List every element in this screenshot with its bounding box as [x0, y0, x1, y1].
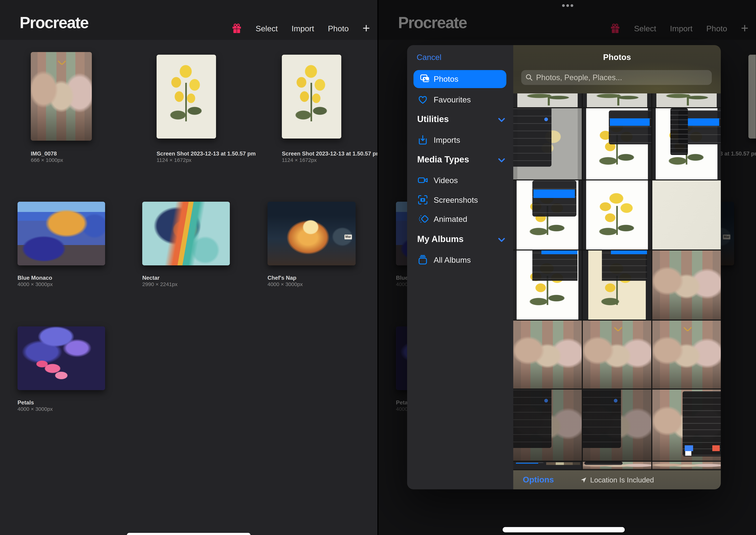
photo-thumbnail[interactable] [583, 321, 651, 388]
photo-thumbnail[interactable] [513, 108, 582, 180]
photo-thumbnail[interactable] [652, 250, 721, 320]
chevron-down-icon[interactable] [497, 236, 506, 244]
home-indicator[interactable] [127, 533, 251, 535]
photo-thumbnail[interactable] [513, 250, 582, 320]
location-arrow-icon [580, 476, 587, 483]
sidebar-item-screenshots[interactable]: Screenshots [407, 193, 513, 207]
photo-thumbnail[interactable] [513, 462, 582, 469]
app-title: Procreate [20, 14, 88, 32]
picker-sidebar: Cancel Photos Favourites Ut [407, 45, 513, 489]
search-placeholder: Photos, People, Places... [536, 73, 622, 82]
artwork-label[interactable]: Screen Shot 2023-12-13 at 1.50.57 pm1124… [156, 150, 256, 163]
sidebar-item-photos[interactable]: Photos [413, 70, 506, 88]
photo-thumbnail[interactable] [652, 181, 721, 249]
photo-thumbnail[interactable] [583, 181, 651, 249]
albums-icon [417, 254, 428, 266]
section-header-utilities: Utilities [417, 114, 449, 124]
photo-picker-sheet: Cancel Photos Favourites Ut [407, 45, 721, 489]
photo-thumbnail[interactable] [652, 321, 721, 388]
section-header-my-albums: My Albums [417, 234, 463, 244]
chevron-down-icon[interactable] [497, 156, 506, 164]
photo-thumbnail[interactable] [513, 94, 582, 107]
cancel-button[interactable]: Cancel [417, 53, 441, 62]
photo-thumbnail[interactable] [583, 250, 651, 320]
artwork-thumbnail-screenshot2[interactable] [282, 55, 341, 139]
import-button[interactable]: Import [292, 24, 314, 33]
artwork-label[interactable]: IMG_0078666 × 1000px [31, 150, 63, 163]
chevron-down-icon[interactable] [497, 116, 506, 124]
sidebar-item-all-albums[interactable]: All Albums [407, 253, 513, 267]
artwork-thumbnail-chefs-nap[interactable]: Mar [267, 202, 356, 266]
photo-thumbnail[interactable] [513, 390, 582, 461]
select-button[interactable]: Select [256, 24, 278, 33]
picker-title: Photos [513, 53, 721, 62]
photo-button[interactable]: Photo [328, 24, 349, 33]
sidebar-item-animated[interactable]: Animated [407, 212, 513, 226]
gift-icon[interactable] [231, 23, 242, 34]
artwork-thumbnail-screenshot1[interactable] [156, 55, 216, 139]
photo-thumbnail[interactable] [583, 462, 651, 469]
gallery-header: Procreate Select Import Photo + [0, 0, 378, 40]
photo-thumbnail[interactable] [513, 181, 582, 249]
sidebar-item-videos[interactable]: Videos [407, 174, 513, 187]
photo-thumbnail[interactable] [583, 108, 651, 180]
picker-header: Photos Photos, People, Places... [513, 45, 721, 94]
procreate-right-window: Procreate Select Import Photo + Mar [378, 0, 756, 535]
artwork-thumbnail-petals[interactable] [17, 326, 105, 390]
photo-thumbnail[interactable] [652, 390, 721, 461]
sidebar-item-favourites[interactable]: Favourites [407, 93, 513, 107]
photo-thumbnail[interactable] [583, 390, 651, 461]
picker-footer: Options Location Is Included [513, 470, 721, 489]
screen: Procreate Select Import Photo + Mar IM [0, 0, 756, 535]
new-canvas-button[interactable]: + [363, 23, 370, 34]
photo-grid [513, 94, 721, 470]
artwork-thumbnail-img0078[interactable] [31, 52, 92, 141]
location-status: Location Is Included [513, 476, 721, 484]
artwork-thumbnail-nectar[interactable] [142, 202, 230, 266]
animated-icon [417, 213, 428, 225]
video-icon [417, 175, 428, 186]
artwork-label[interactable]: Petals4000 × 3000px [17, 399, 53, 412]
search-field[interactable]: Photos, People, Places... [521, 70, 712, 85]
artwork-label[interactable]: Blue Monaco4000 × 3000px [17, 274, 53, 288]
procreate-left-window: Procreate Select Import Photo + Mar IM [0, 0, 378, 535]
import-icon [417, 134, 428, 145]
split-view-handle[interactable] [562, 4, 575, 8]
artwork-sign: Mar [344, 235, 352, 239]
search-icon [525, 74, 533, 81]
heart-icon [417, 94, 428, 105]
gallery-nav: Select Import Photo + [231, 21, 370, 35]
photo-thumbnail[interactable] [513, 321, 582, 388]
artwork-label[interactable]: Chef's Nap4000 × 3000px [267, 274, 303, 288]
photo-thumbnail[interactable] [652, 462, 721, 469]
artwork-label[interactable]: Screen Shot 2023-12-13 at 1.50.57 pm1124… [282, 150, 378, 163]
photo-thumbnail[interactable] [583, 94, 651, 107]
section-header-media-types: Media Types [417, 155, 469, 164]
screenshot-icon [417, 194, 428, 206]
artwork-thumbnail-blue-monaco[interactable] [17, 202, 105, 266]
artwork-label[interactable]: Nectar2990 × 2241px [142, 274, 178, 288]
photo-thumbnail[interactable] [652, 94, 721, 107]
heart-doodle [58, 57, 66, 65]
home-indicator[interactable] [503, 527, 625, 532]
photos-icon [419, 73, 431, 84]
sidebar-item-imports[interactable]: Imports [407, 133, 513, 147]
picker-photos-panel: Photos Photos, People, Places... [513, 45, 721, 489]
photo-thumbnail[interactable] [652, 108, 721, 180]
